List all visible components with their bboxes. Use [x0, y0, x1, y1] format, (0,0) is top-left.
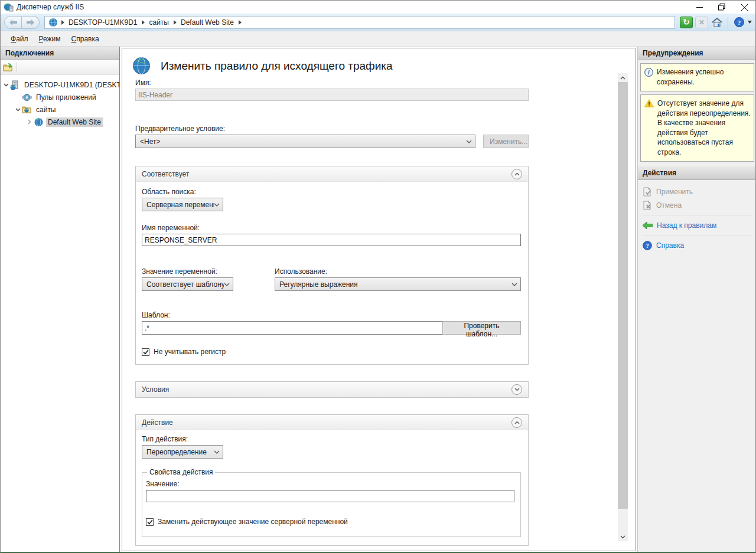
main-scrollbar[interactable]: [618, 73, 628, 541]
tree-item-default-web-site[interactable]: Default Web Site: [1, 116, 119, 128]
using-group: Использование: Регулярные выражения: [275, 267, 521, 291]
menu-view[interactable]: Режим: [34, 32, 66, 45]
forward-arrow-icon: [27, 19, 34, 25]
pattern-field[interactable]: [142, 321, 442, 335]
outbound-rule-globe-icon: [132, 57, 151, 75]
close-icon: [741, 4, 748, 11]
menu-file[interactable]: Файл: [5, 32, 34, 45]
svg-text:i: i: [648, 69, 650, 76]
replace-row[interactable]: Заменить действующее значение серверной …: [146, 518, 514, 526]
connections-toolbar: [1, 60, 119, 75]
tree-item-label: Default Web Site: [46, 117, 103, 127]
expand-chevron-icon[interactable]: [25, 119, 34, 125]
expand-section-button[interactable]: [511, 384, 522, 395]
minimize-button[interactable]: [688, 1, 711, 14]
actions-separator: [643, 215, 752, 215]
forward-button[interactable]: [22, 16, 40, 29]
variable-name-field[interactable]: [142, 234, 521, 246]
window-title: Диспетчер служб IIS: [17, 3, 688, 11]
restore-button[interactable]: [711, 1, 733, 14]
breadcrumb-item-server[interactable]: DESKTOP-U1MK9D1: [66, 18, 139, 27]
cancel-label: Отмена: [656, 201, 682, 210]
tree-item-label: DESKTOP-U1MK9D1 (DESKTOP: [22, 80, 119, 90]
main-content-panel: Изменить правило для исходящего трафика …: [122, 48, 636, 551]
apply-action[interactable]: Применить: [643, 185, 756, 198]
stop-icon[interactable]: ✕: [695, 17, 708, 28]
action-section-header[interactable]: Действие: [136, 415, 528, 430]
ignore-case-checkbox[interactable]: [142, 348, 149, 356]
actions-list: Применить Отмена Назад к правилам: [638, 180, 756, 252]
test-pattern-button[interactable]: Проверить шаблон...: [442, 321, 521, 335]
replace-label: Заменить действующее значение серверной …: [158, 518, 348, 526]
back-to-rules-action[interactable]: Назад к правилам: [643, 218, 756, 232]
scrollbar-thumb[interactable]: [618, 82, 628, 509]
navigation-buttons: [4, 16, 40, 29]
server-icon: [10, 80, 20, 90]
breadcrumb-arrow-icon[interactable]: [59, 19, 66, 26]
back-green-arrow-icon: [643, 222, 653, 229]
checkmark-icon: [143, 349, 149, 355]
right-panel: Предупреждения i Изменения успешно сохра…: [637, 47, 756, 552]
tree-item-app-pools[interactable]: Пулы приложений: [1, 91, 119, 103]
breadcrumb-item-default-web-site[interactable]: Default Web Site: [178, 18, 236, 27]
variable-value-group: Значение переменной: Соответствует шабло…: [142, 267, 275, 291]
address-bar-tools: ↻ ✕ ?: [680, 17, 752, 28]
minimize-icon: [696, 4, 703, 11]
conditions-section-header[interactable]: Условия: [136, 382, 528, 397]
breadcrumb-item-sites[interactable]: сайты: [146, 18, 171, 27]
tree-item-sites[interactable]: сайты: [1, 103, 119, 116]
help-icon[interactable]: ?: [732, 17, 745, 28]
back-button[interactable]: [4, 16, 22, 29]
tree-item-server[interactable]: DESKTOP-U1MK9D1 (DESKTOP: [1, 78, 119, 91]
action-type-label: Тип действия:: [142, 435, 521, 443]
collapse-section-button[interactable]: [511, 417, 522, 428]
restore-icon: [718, 4, 725, 11]
chevron-down-icon: [514, 388, 520, 391]
back-to-rules-label: Назад к правилам: [657, 221, 716, 230]
menu-help[interactable]: Справка: [66, 32, 105, 45]
scroll-up-arrow[interactable]: [618, 73, 628, 82]
using-select[interactable]: Регулярные выражения: [275, 277, 521, 291]
actions-header: Действия: [638, 166, 756, 180]
close-button[interactable]: [733, 1, 755, 14]
chevron-down-icon: [214, 450, 220, 454]
rule-form: Имя: Предварительное условие: <Нет> Изме…: [135, 78, 529, 546]
svg-text:?: ?: [646, 243, 649, 249]
collapse-chevron-icon[interactable]: [2, 83, 10, 87]
scope-select[interactable]: Серверная переменн: [142, 198, 223, 211]
apply-label: Применить: [656, 188, 693, 196]
precondition-value: <Нет>: [140, 138, 466, 146]
variable-name-label: Имя переменной:: [142, 224, 521, 232]
home-icon[interactable]: [711, 17, 724, 28]
refresh-icon[interactable]: ↻: [680, 17, 693, 28]
ignore-case-row[interactable]: Не учитывать регистр: [142, 348, 521, 356]
collapse-chevron-icon[interactable]: [14, 108, 22, 112]
action-section-body: Тип действия: Переопределение Свойства д…: [136, 430, 528, 545]
help-circle-icon: ?: [643, 241, 652, 250]
cancel-action[interactable]: Отмена: [643, 198, 756, 212]
pattern-label: Шаблон:: [142, 311, 521, 319]
match-section-body: Область поиска: Серверная переменн Имя п…: [136, 182, 528, 364]
help-dropdown-chevron-icon[interactable]: [748, 21, 752, 24]
scope-label: Область поиска:: [142, 188, 521, 196]
rule-name-field: [135, 89, 529, 101]
match-section-header[interactable]: Соответствует: [136, 166, 528, 182]
collapse-section-button[interactable]: [511, 169, 522, 179]
help-action[interactable]: ? Справка: [643, 238, 756, 252]
checkmark-icon: [147, 519, 153, 525]
save-connection-folder-icon[interactable]: [3, 63, 13, 72]
precondition-select[interactable]: <Нет>: [135, 135, 475, 148]
variable-value-select[interactable]: Соответствует шаблону: [142, 277, 233, 291]
breadcrumb-arrow-icon[interactable]: [139, 19, 146, 26]
scroll-down-arrow[interactable]: [618, 532, 628, 541]
chevron-up-icon: [514, 421, 520, 424]
breadcrumb-arrow-icon[interactable]: [236, 19, 243, 26]
edit-precondition-button[interactable]: Изменить...: [483, 135, 529, 148]
menu-bar: Файл Режим Справка: [1, 31, 755, 47]
action-value-field[interactable]: [146, 490, 514, 502]
breadcrumb-arrow-icon[interactable]: [171, 19, 178, 26]
variable-value-label: Значение переменной:: [142, 267, 275, 276]
action-type-select[interactable]: Переопределение: [142, 445, 223, 459]
chevron-up-icon: [514, 172, 520, 176]
replace-checkbox[interactable]: [146, 518, 154, 526]
